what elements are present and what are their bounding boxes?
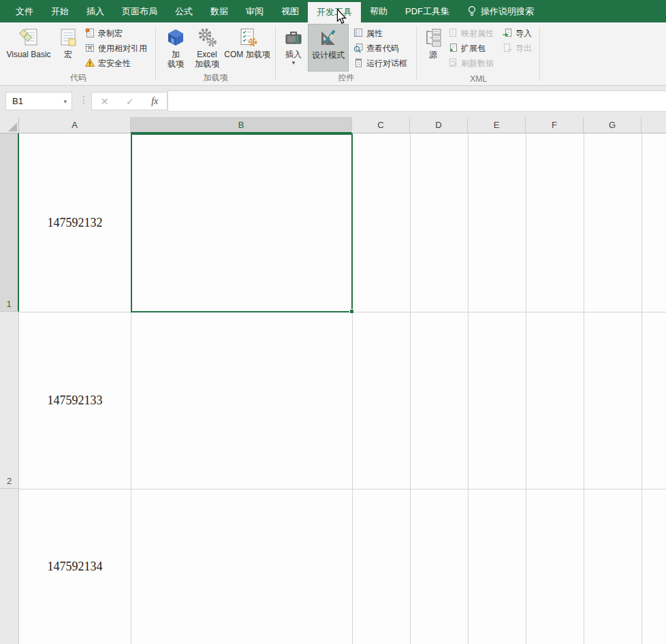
tab-pdf-tools[interactable]: PDF工具集 bbox=[396, 0, 458, 22]
run-dialog-button[interactable]: 运行对话框 bbox=[353, 57, 407, 70]
import-label: 导入 bbox=[516, 28, 532, 39]
formula-bar: B1 ▾ ⋮ ✕ ✓ fx bbox=[0, 86, 666, 117]
cancel-icon[interactable]: ✕ bbox=[101, 96, 109, 107]
tab-view[interactable]: 视图 bbox=[272, 0, 308, 22]
macro-security-button[interactable]: 宏安全性 bbox=[84, 57, 131, 70]
design-mode-button[interactable]: 设计模式 bbox=[308, 24, 349, 71]
visual-basic-button[interactable]: Visual Basic bbox=[4, 24, 53, 71]
group-separator bbox=[155, 26, 156, 80]
com-addins-button[interactable]: COM 加载项 bbox=[222, 24, 272, 71]
tab-help[interactable]: 帮助 bbox=[361, 0, 396, 22]
column-header-partial[interactable] bbox=[641, 117, 666, 133]
select-all-triangle-icon bbox=[8, 123, 17, 131]
run-dialog-icon bbox=[353, 57, 364, 70]
column-header-g[interactable]: G bbox=[584, 117, 641, 133]
name-box-dropdown-icon[interactable]: ▾ bbox=[63, 98, 67, 105]
excel-addins-label-line1: Excel bbox=[197, 50, 217, 59]
insert-function-icon[interactable]: fx bbox=[151, 96, 158, 107]
ribbon: Visual Basic 宏 录制宏 使用相对引用 bbox=[0, 22, 666, 86]
column-header-e[interactable]: E bbox=[468, 117, 526, 133]
enter-icon[interactable]: ✓ bbox=[126, 96, 134, 107]
properties-icon bbox=[353, 27, 364, 40]
tab-home-label: 开始 bbox=[51, 5, 69, 18]
column-header-c[interactable]: C bbox=[352, 117, 410, 133]
gridline bbox=[468, 133, 469, 644]
column-header-d[interactable]: D bbox=[410, 117, 468, 133]
excel-addins-icon bbox=[196, 25, 218, 50]
tab-data[interactable]: 数据 bbox=[202, 0, 237, 22]
macros-icon bbox=[57, 25, 79, 50]
record-macro-button[interactable]: 录制宏 bbox=[84, 27, 123, 40]
excel-addins-label-line2: 加载项 bbox=[195, 59, 219, 69]
addins-label-line1: 加 bbox=[172, 50, 180, 59]
import-button[interactable]: 导入 bbox=[502, 27, 532, 40]
column-header-f[interactable]: F bbox=[526, 117, 584, 133]
tab-tell-me-search[interactable]: 操作说明搜索 bbox=[458, 0, 543, 22]
expansion-packs-label: 扩展包 bbox=[461, 43, 486, 54]
cell-a3[interactable]: 147592134 bbox=[19, 489, 131, 644]
tab-formulas[interactable]: 公式 bbox=[166, 0, 202, 22]
tab-pdf-tools-label: PDF工具集 bbox=[405, 5, 449, 18]
cell-a1[interactable]: 147592132 bbox=[19, 133, 131, 312]
xml-source-button[interactable]: 源 bbox=[421, 24, 445, 71]
xml-source-icon bbox=[422, 25, 444, 50]
macros-label: 宏 bbox=[64, 50, 72, 59]
macros-button[interactable]: 宏 bbox=[54, 24, 82, 71]
insert-dropdown-arrow-icon[interactable]: ▾ bbox=[292, 60, 296, 66]
view-code-button[interactable]: 查看代码 bbox=[353, 42, 399, 55]
view-code-icon bbox=[353, 42, 364, 55]
fill-handle[interactable] bbox=[349, 309, 354, 314]
row-header-3[interactable] bbox=[0, 489, 19, 644]
tab-developer-label: 开发工具 bbox=[317, 6, 352, 18]
map-properties-button: 映射属性 bbox=[447, 27, 494, 40]
group-separator bbox=[539, 26, 540, 80]
tab-formulas-label: 公式 bbox=[175, 5, 193, 18]
column-header-a[interactable]: A bbox=[19, 117, 131, 133]
select-all-corner[interactable] bbox=[0, 117, 19, 133]
selection-box-b1[interactable] bbox=[131, 133, 353, 312]
name-box[interactable]: B1 ▾ bbox=[5, 92, 72, 110]
formula-bar-drag-handle[interactable]: ⋮ bbox=[79, 94, 89, 105]
name-box-value: B1 bbox=[12, 96, 23, 106]
view-code-label: 查看代码 bbox=[366, 43, 399, 54]
row-header-1[interactable]: 1 bbox=[0, 133, 19, 312]
ribbon-group-xml-label: XML bbox=[417, 74, 539, 84]
ribbon-group-code: Visual Basic 宏 录制宏 使用相对引用 bbox=[1, 22, 155, 85]
map-properties-icon bbox=[447, 27, 458, 40]
gridline bbox=[410, 133, 411, 644]
com-addins-label: COM 加载项 bbox=[224, 50, 270, 59]
tab-insert[interactable]: 插入 bbox=[78, 0, 113, 22]
insert-controls-icon bbox=[283, 25, 304, 50]
design-mode-icon bbox=[317, 26, 339, 50]
record-macro-icon bbox=[84, 27, 95, 40]
ribbon-tab-strip: 文件 开始 插入 页面布局 公式 数据 审阅 视图 开发工具 帮助 PDF工具集… bbox=[0, 0, 666, 22]
gridline bbox=[584, 133, 584, 644]
insert-controls-button[interactable]: 插入 ▾ bbox=[281, 24, 306, 71]
tab-file-label: 文件 bbox=[16, 5, 33, 18]
relative-references-label: 使用相对引用 bbox=[98, 43, 147, 54]
tab-page-layout-label: 页面布局 bbox=[122, 5, 157, 18]
tab-page-layout[interactable]: 页面布局 bbox=[113, 0, 166, 22]
row-header-2[interactable]: 2 bbox=[0, 312, 19, 489]
refresh-data-button: 刷新数据 bbox=[447, 57, 494, 70]
excel-addins-button[interactable]: Excel 加载项 bbox=[192, 24, 222, 71]
addins-button[interactable]: 加 载项 bbox=[161, 24, 191, 71]
expansion-packs-icon bbox=[447, 42, 458, 55]
import-icon bbox=[502, 27, 513, 40]
properties-button[interactable]: 属性 bbox=[353, 27, 383, 40]
expansion-packs-button[interactable]: 扩展包 bbox=[447, 42, 486, 55]
refresh-data-icon bbox=[447, 57, 458, 70]
tab-file[interactable]: 文件 bbox=[7, 0, 42, 22]
insert-controls-label: 插入 bbox=[285, 50, 302, 59]
tab-home[interactable]: 开始 bbox=[42, 0, 78, 22]
use-relative-references-button[interactable]: 使用相对引用 bbox=[84, 42, 147, 55]
formula-input[interactable] bbox=[168, 91, 666, 112]
cell-a2[interactable]: 147592133 bbox=[19, 312, 131, 489]
record-macro-label: 录制宏 bbox=[98, 28, 123, 39]
map-properties-label: 映射属性 bbox=[461, 28, 494, 39]
column-header-b[interactable]: B bbox=[131, 117, 352, 133]
tab-data-label: 数据 bbox=[210, 5, 228, 18]
tab-developer[interactable]: 开发工具 bbox=[308, 2, 361, 22]
tab-review[interactable]: 审阅 bbox=[237, 0, 272, 22]
ribbon-group-controls: 插入 ▾ 设计模式 属性 查看代码 bbox=[276, 22, 416, 85]
